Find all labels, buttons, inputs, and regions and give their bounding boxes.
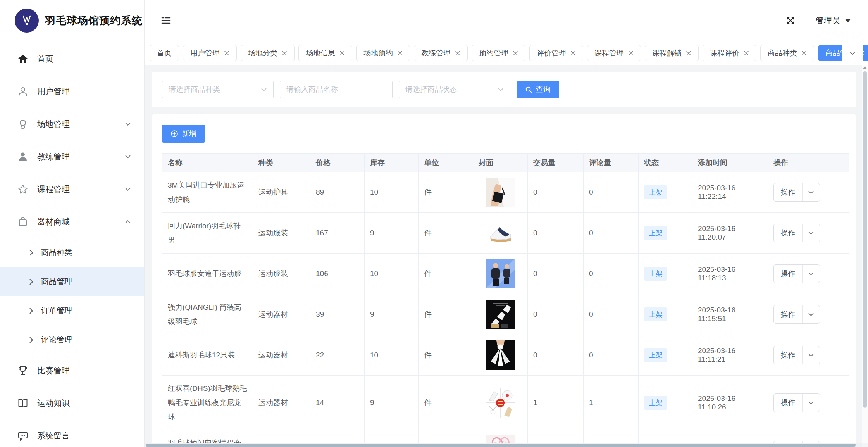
- table-row: 回力(Warrior)羽毛球鞋男运动服装1679件00上架2025-03-16 …: [162, 213, 849, 254]
- product-name-input[interactable]: [280, 81, 393, 98]
- chevron-down-icon: [261, 88, 267, 91]
- user-menu[interactable]: 管理员: [816, 15, 851, 26]
- plus-circle-icon: [170, 130, 178, 138]
- table-row: 红双喜(DHS)羽毛球鹅毛鸭毛专业训练夜光尼龙球运动器材149件11上架2025…: [162, 376, 849, 430]
- tab-venue-info[interactable]: 场地信息: [298, 45, 352, 61]
- chevron-down-icon[interactable]: [803, 305, 820, 323]
- product-category-select[interactable]: 请选择商品种类: [162, 81, 274, 98]
- row-action-label[interactable]: 操作: [774, 265, 803, 283]
- sidebar-subitem-product-management[interactable]: 商品管理: [0, 267, 144, 296]
- cell-actions: 操作: [768, 335, 849, 376]
- product-cover-image[interactable]: [486, 218, 515, 248]
- tab-booking-management[interactable]: 预约管理: [472, 45, 525, 61]
- status-badge: 上架: [644, 267, 667, 281]
- tab-close-icon[interactable]: [455, 50, 460, 56]
- row-action-button[interactable]: 操作: [773, 393, 820, 412]
- cell-cover: [473, 213, 528, 254]
- tab-close-icon[interactable]: [224, 50, 229, 56]
- tab-product-category[interactable]: 商品种类: [760, 45, 814, 61]
- book-icon: [17, 397, 29, 409]
- tab-close-icon[interactable]: [744, 50, 749, 56]
- chevron-down-icon[interactable]: [803, 394, 820, 412]
- vertical-scrollbar[interactable]: [862, 65, 868, 443]
- sidebar-subitem-order-management[interactable]: 订单管理: [0, 296, 144, 325]
- tab-close-icon[interactable]: [686, 50, 691, 56]
- horizontal-scrollbar[interactable]: [145, 443, 862, 447]
- table-row: 强力(QIANGLI) 筒装高级羽毛球运动器材399件00上架2025-03-1…: [162, 294, 849, 335]
- cell-stock: 10: [365, 172, 419, 213]
- tab-user-management[interactable]: 用户管理: [183, 45, 237, 61]
- row-action-button[interactable]: 操作: [773, 224, 820, 242]
- column-header: 交易量: [528, 154, 584, 172]
- add-button[interactable]: 新增: [162, 125, 205, 143]
- product-cover-image[interactable]: [486, 178, 515, 207]
- cell-trades: 0: [528, 254, 584, 294]
- chevron-down-icon[interactable]: [803, 346, 820, 364]
- fullscreen-icon[interactable]: [785, 16, 796, 26]
- row-action-label[interactable]: 操作: [774, 183, 803, 201]
- product-cover-image[interactable]: [486, 388, 515, 418]
- chevron-down-icon[interactable]: [803, 183, 820, 201]
- vertical-scrollbar-thumb[interactable]: [863, 71, 867, 408]
- sidebar-item-equipment-mall[interactable]: 器材商城: [0, 205, 144, 238]
- tab-course-review[interactable]: 课程评价: [703, 45, 756, 61]
- horizontal-scrollbar-thumb[interactable]: [146, 444, 856, 447]
- row-action-label[interactable]: 操作: [774, 394, 803, 412]
- tab-review-management[interactable]: 评价管理: [529, 45, 583, 61]
- row-action-button[interactable]: 操作: [773, 264, 820, 283]
- row-action-label[interactable]: 操作: [774, 346, 803, 364]
- tab-close-icon[interactable]: [570, 50, 576, 56]
- chevron-down-icon[interactable]: [803, 265, 820, 283]
- product-cover-image[interactable]: [486, 340, 515, 370]
- tab-label: 课程解锁: [652, 48, 682, 58]
- sidebar-item-coach-management[interactable]: 教练管理: [0, 140, 144, 173]
- sidebar-subitem-product-category[interactable]: 商品种类: [0, 238, 144, 267]
- tab-close-icon[interactable]: [801, 50, 807, 56]
- sidebar-item-course-management[interactable]: 课程管理: [0, 173, 144, 205]
- shuttlecock-logo-icon: [15, 9, 39, 33]
- cell-product-name: 强力(QIANGLI) 筒装高级羽毛球: [162, 294, 253, 335]
- tab-close-icon[interactable]: [282, 50, 287, 56]
- search-button[interactable]: 查询: [517, 81, 559, 98]
- caret-down-icon: [845, 19, 851, 22]
- sidebar-subitem-comment-management[interactable]: 评论管理: [0, 325, 144, 354]
- row-action-button[interactable]: 操作: [773, 305, 820, 324]
- sidebar-item-venue-management[interactable]: 场地管理: [0, 108, 144, 140]
- tabs-overflow-chevron-icon[interactable]: [842, 41, 863, 65]
- chevron-down-icon[interactable]: [803, 224, 820, 242]
- row-action-label[interactable]: 操作: [774, 224, 803, 242]
- cell-product-name: 3M美国进口专业加压运动护腕: [162, 172, 253, 213]
- sidebar-item-user-management[interactable]: 用户管理: [0, 75, 144, 108]
- cell-price: 89: [310, 172, 365, 213]
- tab-course-management[interactable]: 课程管理: [587, 45, 641, 61]
- table-row: 羽毛球服女速干运动服运动服装10610件00上架2025-03-16 11:18…: [162, 254, 849, 294]
- row-action-button[interactable]: 操作: [773, 346, 820, 364]
- sidebar-item-home[interactable]: 首页: [0, 43, 144, 75]
- tab-course-unlock[interactable]: 课程解锁: [645, 45, 699, 61]
- tab-venue-category[interactable]: 场地分类: [241, 45, 294, 61]
- tab-close-icon[interactable]: [397, 50, 403, 56]
- scroll-up-arrow-icon[interactable]: [863, 66, 867, 69]
- collapse-sidebar-icon[interactable]: [160, 16, 171, 26]
- tab-venue-booking[interactable]: 场地预约: [356, 45, 410, 61]
- chevron-right-icon: [29, 278, 33, 285]
- tab-coach-management[interactable]: 教练管理: [414, 45, 468, 61]
- sidebar-item-sports-knowledge[interactable]: 运动知识: [0, 387, 144, 419]
- product-cover-image[interactable]: [486, 300, 515, 329]
- tab-label: 课程管理: [594, 48, 624, 58]
- product-status-select[interactable]: 请选择商品状态: [399, 81, 510, 98]
- cell-actions: 操作: [768, 213, 849, 254]
- product-cover-image[interactable]: [486, 259, 515, 288]
- cell-category: 运动器材: [253, 335, 310, 376]
- sidebar-item-system-messages[interactable]: 系统留言: [0, 419, 144, 447]
- tab-close-icon[interactable]: [628, 50, 634, 56]
- tab-close-icon[interactable]: [513, 50, 518, 56]
- tab-label: 用户管理: [190, 48, 220, 58]
- cell-time: 2025-03-16 11:20:07: [692, 213, 768, 254]
- row-action-button[interactable]: 操作: [773, 183, 820, 202]
- tab-home[interactable]: 首页: [150, 45, 179, 61]
- tab-close-icon[interactable]: [339, 50, 345, 56]
- sidebar-item-competition-management[interactable]: 比赛管理: [0, 354, 144, 387]
- cell-price: 39: [310, 294, 365, 335]
- row-action-label[interactable]: 操作: [774, 305, 803, 323]
